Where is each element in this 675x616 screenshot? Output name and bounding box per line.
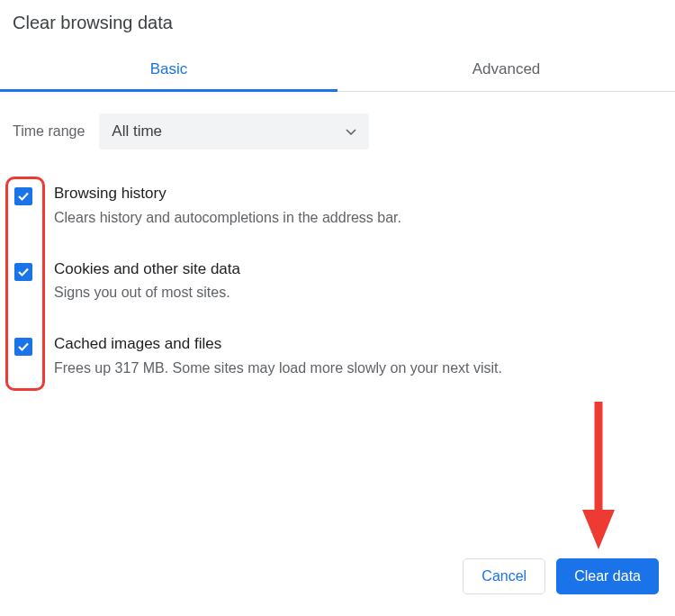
tab-advanced[interactable]: Advanced bbox=[338, 48, 675, 91]
time-range-row: Time range All time bbox=[0, 92, 675, 168]
tab-basic[interactable]: Basic bbox=[0, 48, 338, 91]
option-cache: Cached images and files Frees up 317 MB.… bbox=[6, 325, 662, 401]
option-title: Cached images and files bbox=[54, 332, 662, 356]
annotation-arrow-icon bbox=[580, 398, 617, 555]
checkbox-cache[interactable] bbox=[14, 338, 32, 356]
option-text: Browsing history Clears history and auto… bbox=[54, 182, 662, 229]
cancel-button[interactable]: Cancel bbox=[463, 558, 545, 594]
option-text: Cookies and other site data Signs you ou… bbox=[54, 258, 662, 304]
time-range-select[interactable]: All time bbox=[99, 113, 369, 149]
svg-marker-1 bbox=[582, 510, 615, 549]
option-browsing-history: Browsing history Clears history and auto… bbox=[6, 175, 662, 250]
option-title: Browsing history bbox=[54, 182, 662, 205]
option-desc: Clears history and autocompletions in th… bbox=[54, 207, 662, 229]
dialog-title: Clear browsing data bbox=[0, 0, 675, 48]
time-range-value: All time bbox=[112, 122, 162, 140]
checkbox-cookies[interactable] bbox=[14, 263, 32, 281]
dialog-footer: Cancel Clear data bbox=[463, 558, 659, 594]
option-cookies: Cookies and other site data Signs you ou… bbox=[6, 250, 662, 326]
chevron-down-icon bbox=[346, 129, 356, 135]
option-text: Cached images and files Frees up 317 MB.… bbox=[54, 332, 662, 379]
time-range-label: Time range bbox=[13, 123, 85, 140]
checkbox-browsing-history[interactable] bbox=[14, 187, 32, 205]
clear-data-button[interactable]: Clear data bbox=[556, 558, 659, 594]
option-desc: Frees up 317 MB. Some sites may load mor… bbox=[54, 358, 662, 379]
option-desc: Signs you out of most sites. bbox=[54, 282, 662, 303]
option-title: Cookies and other site data bbox=[54, 258, 662, 281]
tabs: Basic Advanced bbox=[0, 48, 675, 92]
options-list: Browsing history Clears history and auto… bbox=[0, 168, 675, 401]
